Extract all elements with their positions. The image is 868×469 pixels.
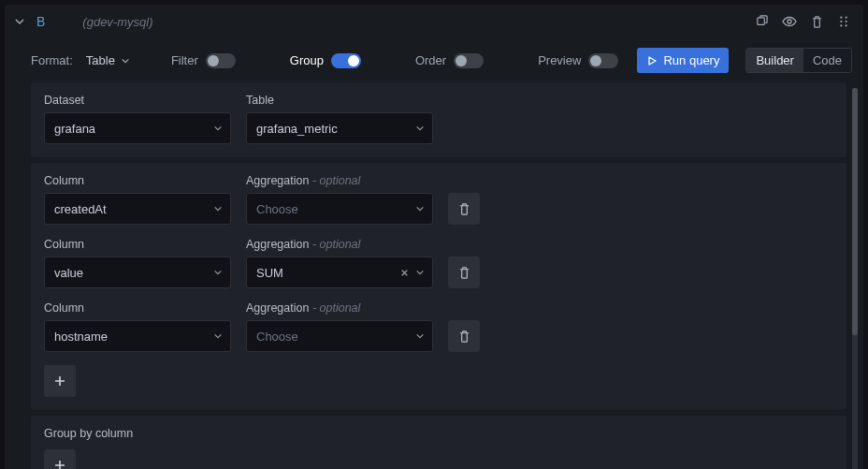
- x-icon: [399, 268, 410, 278]
- column-row: Column createdAt Aggregation - optional …: [44, 174, 833, 225]
- aggregation-value: SUM: [256, 266, 283, 280]
- dataset-label: Dataset: [44, 94, 231, 107]
- chevron-down-icon: [213, 124, 223, 133]
- table-value: grafana_metric: [256, 122, 338, 136]
- mode-toggle: Builder Code: [745, 48, 852, 73]
- collapse-toggle[interactable]: [12, 14, 27, 29]
- delete-column-button[interactable]: [448, 320, 480, 352]
- copy-icon: [755, 15, 769, 29]
- grip-icon: [837, 15, 850, 28]
- preview-toggle-group: Preview: [538, 53, 618, 68]
- scrollbar[interactable]: [852, 88, 858, 469]
- column-value: hostname: [54, 330, 108, 344]
- format-label: Format:: [31, 53, 73, 67]
- order-toggle[interactable]: [454, 53, 484, 68]
- aggregation-placeholder: Choose: [256, 330, 298, 344]
- svg-point-5: [846, 21, 847, 22]
- column-select[interactable]: createdAt: [44, 193, 231, 225]
- column-value: createdAt: [54, 202, 107, 216]
- query-toolbar: Format: Table Filter Group Order Preview…: [5, 38, 863, 82]
- format-value: Table: [86, 53, 115, 67]
- column-label: Column: [44, 301, 231, 315]
- trash-icon: [457, 330, 471, 344]
- svg-rect-0: [758, 17, 765, 24]
- delete-query-button[interactable]: [806, 11, 828, 33]
- group-toggle-group: Group: [290, 53, 361, 68]
- chevron-down-icon: [415, 124, 425, 133]
- group-by-label: Group by column: [44, 427, 833, 440]
- column-select[interactable]: hostname: [44, 320, 231, 352]
- query-source: (gdev-mysql): [82, 15, 152, 29]
- run-query-label: Run query: [663, 53, 719, 67]
- chevron-down-icon: [415, 204, 425, 213]
- svg-point-1: [788, 20, 791, 23]
- dataset-select[interactable]: grafana: [44, 112, 231, 144]
- chevron-down-icon: [415, 268, 425, 277]
- preview-label: Preview: [538, 53, 581, 67]
- column-row: Column value Aggregation - optional SUM: [44, 238, 833, 288]
- aggregation-select[interactable]: SUM: [246, 256, 433, 288]
- copy-query-button[interactable]: [751, 11, 773, 33]
- column-label: Column: [44, 174, 231, 187]
- chevron-down-icon: [121, 56, 130, 66]
- column-value: value: [54, 266, 83, 280]
- builder-mode-button[interactable]: Builder: [746, 49, 803, 72]
- aggregation-label: Aggregation - optional: [246, 238, 433, 251]
- delete-column-button[interactable]: [448, 193, 480, 225]
- svg-point-7: [846, 24, 847, 26]
- group-toggle[interactable]: [331, 53, 361, 68]
- query-letter[interactable]: B: [36, 14, 45, 29]
- plus-icon: [53, 459, 66, 469]
- order-label: Order: [415, 53, 446, 67]
- drag-handle[interactable]: [833, 11, 854, 32]
- chevron-down-icon: [415, 331, 425, 341]
- run-query-button[interactable]: Run query: [637, 48, 729, 73]
- source-section: Dataset grafana Table grafana_metric: [31, 82, 846, 157]
- play-icon: [646, 55, 658, 66]
- dataset-value: grafana: [54, 122, 95, 136]
- aggregation-select[interactable]: Choose: [246, 320, 433, 352]
- aggregation-select[interactable]: Choose: [246, 193, 433, 225]
- svg-point-4: [840, 21, 842, 22]
- filter-toggle[interactable]: [206, 53, 236, 68]
- eye-icon: [782, 14, 797, 29]
- svg-point-2: [840, 17, 842, 19]
- svg-point-3: [846, 17, 847, 19]
- group-label: Group: [290, 53, 324, 67]
- trash-icon: [457, 202, 471, 216]
- code-mode-button[interactable]: Code: [803, 49, 851, 72]
- scrollbar-thumb[interactable]: [852, 88, 858, 335]
- filter-toggle-group: Filter: [171, 53, 236, 68]
- column-row: Column hostname Aggregation - optional C…: [44, 301, 833, 352]
- chevron-down-icon: [213, 331, 223, 341]
- clear-aggregation-button[interactable]: [399, 268, 410, 278]
- plus-icon: [53, 374, 66, 388]
- chevron-down-icon: [213, 268, 223, 277]
- order-toggle-group: Order: [415, 53, 484, 68]
- aggregation-label: Aggregation - optional: [246, 301, 433, 315]
- svg-point-6: [840, 24, 842, 26]
- group-by-section: Group by column: [31, 416, 846, 469]
- columns-section: Column createdAt Aggregation - optional …: [31, 163, 846, 410]
- column-label: Column: [44, 238, 231, 251]
- preview-toggle[interactable]: [588, 53, 618, 68]
- table-select[interactable]: grafana_metric: [246, 112, 433, 144]
- trash-icon: [810, 15, 824, 29]
- filter-label: Filter: [171, 53, 198, 67]
- query-header: B (gdev-mysql): [5, 5, 863, 38]
- column-select[interactable]: value: [44, 256, 231, 288]
- add-group-by-button[interactable]: [44, 449, 76, 469]
- delete-column-button[interactable]: [448, 256, 480, 288]
- trash-icon: [457, 266, 471, 280]
- chevron-down-icon: [213, 204, 223, 213]
- aggregation-placeholder: Choose: [256, 202, 298, 216]
- chevron-down-icon: [14, 16, 25, 27]
- add-column-button[interactable]: [44, 365, 76, 397]
- format-select[interactable]: Table: [82, 51, 134, 69]
- toggle-visibility-button[interactable]: [778, 10, 801, 33]
- table-label: Table: [246, 94, 433, 107]
- aggregation-label: Aggregation - optional: [246, 174, 433, 187]
